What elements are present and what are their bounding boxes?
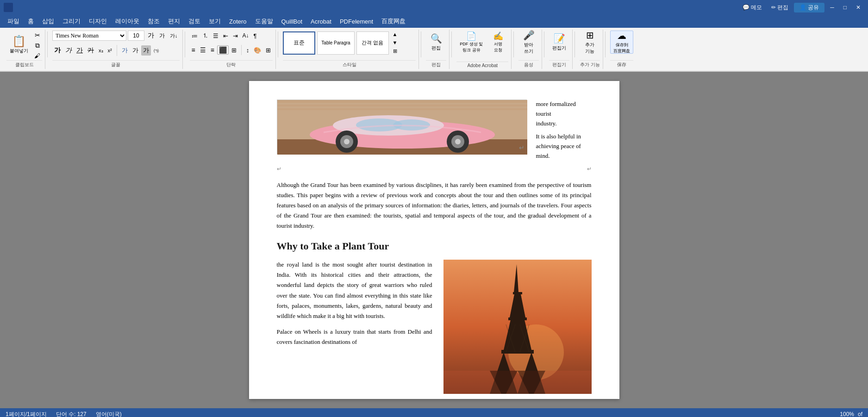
clipboard-tools: 📋 붙여넣기 ✂ ⧉ 🖌 [6,31,42,60]
increase-indent-button[interactable]: ⇥ [231,31,240,40]
styles-expand[interactable]: ⊞ [391,47,400,55]
sort-button[interactable]: A↓ [241,31,251,40]
show-formatting-button[interactable]: ¶ [252,31,259,40]
align-right-button[interactable]: ≡ [209,45,216,55]
addon-icon: ⊞ [586,30,594,41]
justify-button[interactable]: ⬛ [217,45,229,55]
menu-home[interactable]: 홈 [24,16,37,26]
paste-button[interactable]: 📋 붙여넣기 [6,31,31,59]
copy-button[interactable]: ⧉ [32,41,42,50]
style-table-para[interactable]: Table Paragra [317,31,354,55]
eiffel-image [443,260,592,394]
styles-scroll-down[interactable]: ▼ [391,39,400,46]
dictate-button[interactable]: 🎤 받아쓰기 [518,31,539,54]
sign-button[interactable]: ✍ 서명요청 [488,31,508,54]
cut-button[interactable]: ✂ [32,31,42,40]
title-bar: 💬 메모 ✏ 편집 👤 공유 ─ □ ✕ [0,0,868,15]
highlight-button[interactable]: 가 [131,45,140,56]
menu-quillbot[interactable]: QuillBot [278,17,306,26]
menu-references[interactable]: 참조 [144,16,163,26]
menu-mail[interactable]: 편지 [164,16,184,26]
align-center-button[interactable]: ☰ [198,45,208,55]
clear-format-button[interactable]: 가↓ [168,31,180,40]
eiffel-svg [443,260,592,394]
numbering-button[interactable]: ⒈ [200,31,210,41]
font-name-select[interactable]: Times New Roman [52,31,126,41]
strikethrough-button[interactable]: 가 [86,45,96,56]
menu-help[interactable]: 도움말 [251,16,277,26]
menu-pdfelement[interactable]: PDFelement [336,17,377,26]
paste-label: 붙여넣기 [10,48,28,54]
two-col-section: the royal land is the most sought after … [277,260,592,394]
menu-view[interactable]: 보기 [205,16,225,26]
menu-acrobat[interactable]: Acrobat [307,17,335,26]
styles-scroll-up[interactable]: ▲ [391,31,400,38]
title-bar-right[interactable]: 💬 메모 ✏ 편집 👤 공유 ─ □ ✕ [739,3,864,12]
pdf-icon: 📄 [466,31,476,41]
pdf-button[interactable]: 📄 PDF 생성 및링크 공유 [456,31,486,54]
sep1 [47,31,48,57]
share-button[interactable]: 👤 공유 [794,3,824,12]
paste-icon: 📋 [12,36,26,47]
shading-button[interactable]: 🎨 [252,46,263,55]
language: 영어(미국) [96,411,122,417]
font-color-button[interactable]: 가 [120,45,130,56]
svg-rect-12 [277,100,527,103]
multilevel-button[interactable]: ☰ [211,31,220,40]
memo-button[interactable]: 💬 메모 [739,3,766,12]
style-no-spacing[interactable]: 간격 없음 [356,31,389,55]
paragraph-label: 단락 [190,60,273,68]
editing-label-bottom: 편집 [426,60,446,68]
increase-font-button[interactable]: 가 [146,31,156,41]
styles-tools: 표준 Table Paragra 간격 없음 ▲ ▼ ⊞ [283,31,416,60]
phonetic-button[interactable]: ㈀ [152,46,161,55]
menu-insert[interactable]: 삽입 [38,16,58,26]
decrease-indent-button[interactable]: ⇤ [221,31,230,40]
minimize-button[interactable]: ─ [826,3,838,12]
underline-button[interactable]: 가 [75,45,85,56]
menu-bar: 파일 홈 삽입 그리기 디자인 레이아웃 참조 편지 검토 보기 Zotero … [0,15,868,28]
menu-design[interactable]: 디자인 [85,16,111,26]
char-shading-button[interactable]: 가 [141,45,151,56]
borders-button[interactable]: ⊞ [264,46,273,55]
line-spacing-button[interactable]: ↕ [244,46,251,55]
svg-rect-21 [508,317,527,320]
subscript-button[interactable]: x₂ [97,47,105,55]
menu-review[interactable]: 검토 [185,16,204,26]
editor-group: 📝 편집기 편집기 [546,30,573,69]
editor-button[interactable]: 📝 편집기 [549,31,569,54]
save-label: 保存到百度网盘 [613,42,630,54]
bullets-button[interactable]: ≔ [190,31,200,40]
save-button[interactable]: ☁ 保存到百度网盘 [610,31,633,54]
return-mark-right: ↵ [587,166,592,173]
dictate-tools: 🎤 받아쓰기 [518,31,539,60]
decrease-font-button[interactable]: 가 [157,31,167,41]
format-painter-button[interactable]: 🖌 [32,51,42,60]
font-size-input[interactable] [128,31,144,41]
pencil-icon: ✏ [771,4,776,11]
maximize-button[interactable]: □ [840,3,850,12]
italic-button[interactable]: 가 [63,45,74,56]
editor-tools: 📝 편집기 [549,31,569,60]
svg-point-8 [344,139,350,144]
menu-layout[interactable]: 레이아웃 [112,16,143,26]
top-right-line1: more formalized tourist [536,100,592,119]
bold-button[interactable]: 가 [52,45,62,56]
menu-file[interactable]: 파일 [4,16,23,26]
superscript-button[interactable]: x² [106,47,114,54]
menu-baidu[interactable]: 百度网盘 [378,16,409,26]
pdf-btn-wrap: 📄 PDF 생성 및링크 공유 [456,31,486,62]
memo-icon: 💬 [743,4,749,11]
styles-scroll[interactable]: ▲ ▼ ⊞ [391,31,400,55]
col-layout-button[interactable]: ⊞ [230,46,238,55]
editor-icon: 📝 [554,33,565,44]
style-normal[interactable]: 표준 [283,31,315,55]
menu-zotero[interactable]: Zotero [225,17,250,26]
share-icon: 👤 [799,4,806,11]
edit-button[interactable]: ✏ 편집 [768,3,792,12]
align-left-button[interactable]: ≡ [190,45,197,55]
close-button[interactable]: ✕ [852,3,864,12]
menu-draw[interactable]: 그리기 [59,16,84,26]
search-button[interactable]: 🔍 편집 [426,31,446,54]
addon-button[interactable]: ⊞ 추가기능 [580,31,600,54]
